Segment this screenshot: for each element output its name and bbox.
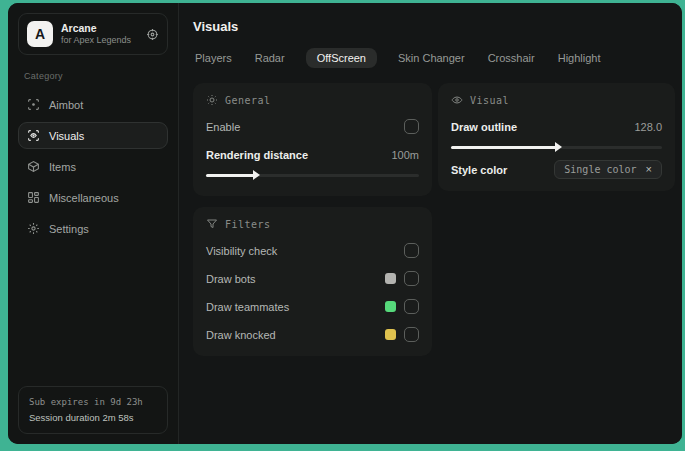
clear-icon[interactable]: ×: [646, 164, 652, 175]
main-panel: Visuals Players Radar OffScreen Skin Cha…: [179, 3, 682, 444]
tab-radar[interactable]: Radar: [253, 48, 287, 68]
funnel-icon: [206, 218, 218, 230]
brand-card: A Arcane for Apex Legends: [18, 13, 168, 55]
draw-outline-slider[interactable]: [451, 141, 662, 153]
sidebar-item-settings[interactable]: Settings: [18, 215, 168, 242]
card-header: General: [225, 95, 271, 106]
cube-icon: [27, 160, 40, 173]
draw-knocked-color-swatch[interactable]: [385, 329, 396, 340]
subscription-panel: Sub expires in 9d 23h Session duration 2…: [18, 386, 168, 434]
app-subtitle: for Apex Legends: [61, 35, 138, 46]
page-title: Visuals: [193, 19, 675, 34]
target-icon[interactable]: [146, 28, 159, 41]
rendering-distance-value: 100m: [391, 149, 419, 161]
session-duration-text: Session duration 2m 58s: [29, 410, 157, 425]
filter-row-draw-knocked: Draw knocked: [206, 324, 419, 345]
style-color-select[interactable]: Single color ×: [554, 160, 662, 179]
sidebar-item-miscellaneous[interactable]: Miscellaneous: [18, 184, 168, 211]
tab-bar: Players Radar OffScreen Skin Changer Cro…: [193, 48, 675, 68]
sidebar: A Arcane for Apex Legends Category Aimbo…: [8, 3, 179, 444]
enable-checkbox[interactable]: [404, 119, 419, 134]
rendering-distance-label: Rendering distance: [206, 149, 308, 161]
tab-offscreen[interactable]: OffScreen: [306, 48, 377, 68]
filter-row-draw-teammates: Draw teammates: [206, 296, 419, 317]
draw-teammates-checkbox[interactable]: [404, 299, 419, 314]
eye-scan-icon: [27, 129, 40, 142]
tab-crosshair[interactable]: Crosshair: [486, 48, 537, 68]
draw-knocked-checkbox[interactable]: [404, 327, 419, 342]
filter-row-draw-bots: Draw bots: [206, 268, 419, 289]
general-card: General Enable Rendering distance 100m: [193, 83, 432, 196]
app-logo: A: [27, 21, 53, 47]
draw-bots-color-swatch[interactable]: [385, 273, 396, 284]
card-header: Visual: [470, 95, 509, 106]
tab-highlight[interactable]: Highlight: [556, 48, 603, 68]
style-color-value: Single color: [564, 164, 636, 175]
layout-grid-icon: [27, 191, 40, 204]
sidebar-item-label: Settings: [49, 223, 89, 235]
slider-thumb[interactable]: [555, 142, 562, 152]
eye-icon: [451, 94, 463, 106]
enable-label: Enable: [206, 121, 240, 133]
sidebar-item-label: Items: [49, 161, 76, 173]
sun-icon: [206, 94, 218, 106]
draw-outline-value: 128.0: [634, 121, 662, 133]
sidebar-item-label: Visuals: [49, 130, 84, 142]
sidebar-item-visuals[interactable]: Visuals: [18, 122, 168, 149]
draw-teammates-color-swatch[interactable]: [385, 301, 396, 312]
card-header: Filters: [225, 219, 271, 230]
app-window: A Arcane for Apex Legends Category Aimbo…: [8, 3, 682, 444]
sidebar-item-aimbot[interactable]: Aimbot: [18, 91, 168, 118]
gear-icon: [27, 222, 40, 235]
slider-thumb[interactable]: [253, 170, 260, 180]
sidebar-item-label: Miscellaneous: [49, 192, 119, 204]
visibility-check-checkbox[interactable]: [404, 243, 419, 258]
tab-skin-changer[interactable]: Skin Changer: [396, 48, 467, 68]
style-color-label: Style color: [451, 164, 507, 176]
crosshair-scan-icon: [27, 98, 40, 111]
tab-players[interactable]: Players: [193, 48, 234, 68]
filters-card: Filters Visibility check Draw bots: [193, 207, 432, 356]
filter-row-visibility-check: Visibility check: [206, 240, 419, 261]
sidebar-item-label: Aimbot: [49, 99, 83, 111]
visual-card: Visual Draw outline 128.0 Style color: [438, 83, 675, 191]
draw-outline-label: Draw outline: [451, 121, 517, 133]
category-label: Category: [24, 71, 162, 81]
sidebar-item-items[interactable]: Items: [18, 153, 168, 180]
sub-expires-text: Sub expires in 9d 23h: [29, 395, 157, 409]
app-title: Arcane: [61, 22, 138, 35]
draw-bots-checkbox[interactable]: [404, 271, 419, 286]
rendering-distance-slider[interactable]: [206, 169, 419, 181]
